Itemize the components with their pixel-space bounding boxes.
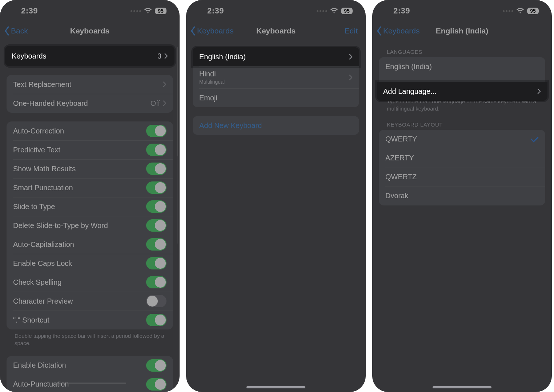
toggle-switch[interactable] (146, 181, 166, 194)
add-new-keyboard-row[interactable]: Add New Keyboard (193, 116, 359, 135)
section-header-languages: LANGUAGES (379, 40, 545, 57)
toggle-switch[interactable] (146, 125, 166, 137)
wifi-icon (144, 6, 152, 16)
cellular-icon (131, 10, 141, 12)
enable-caps-lock-row[interactable]: Enable Caps Lock (7, 254, 173, 273)
one-handed-keyboard-row[interactable]: One-Handed Keyboard Off (7, 94, 173, 113)
auto-correction-row[interactable]: Auto-Correction (7, 121, 173, 140)
back-label: Keyboards (383, 27, 419, 35)
status-bar: 2:39 95 (372, 0, 552, 22)
toggle-switch[interactable] (146, 144, 166, 156)
keyboards-row-highlight[interactable]: Keyboards 3 (5, 46, 174, 66)
chevron-right-icon (163, 100, 166, 106)
group-dictation: Enable Dictation Auto-Punctuation (7, 356, 173, 392)
toggle-switch[interactable] (146, 295, 166, 307)
toggle-switch[interactable] (146, 238, 166, 251)
status-time: 2:39 (207, 6, 224, 16)
screen-english-india: 2:39 95 Keyboards English (India) LANGUA… (372, 0, 552, 392)
status-time: 2:39 (393, 6, 410, 16)
group-text-options: Text Replacement One-Handed Keyboard Off (7, 75, 173, 113)
edit-button[interactable]: Edit (345, 22, 358, 40)
toggle-switch[interactable] (146, 200, 166, 213)
toggle-switch[interactable] (146, 163, 166, 175)
wifi-icon (330, 6, 338, 16)
status-bar: 2:39 95 (0, 0, 180, 22)
nav-bar: Back Keyboards (0, 22, 180, 40)
character-preview-row[interactable]: Character Preview (7, 292, 173, 311)
toggle-switch[interactable] (146, 378, 166, 391)
group-add-keyboard: Add New Keyboard (193, 116, 359, 135)
battery-indicator: 95 (341, 8, 353, 14)
page-title: Keyboards (256, 27, 296, 35)
chevron-left-icon (4, 26, 10, 36)
status-time: 2:39 (21, 6, 38, 16)
toggle-switch[interactable] (146, 359, 166, 372)
predictive-text-row[interactable]: Predictive Text (7, 140, 173, 159)
battery-indicator: 95 (155, 8, 166, 14)
cellular-icon (317, 10, 327, 12)
nav-bar: Keyboards English (India) (372, 22, 552, 40)
chevron-left-icon (376, 26, 382, 36)
keyboard-english-row-highlight[interactable]: English (India) (193, 47, 359, 66)
nav-bar: Keyboards Keyboards Edit (186, 22, 366, 40)
layout-azerty-row[interactable]: AZERTY (379, 149, 545, 168)
chevron-right-icon (349, 75, 353, 80)
page-title: Keyboards (70, 27, 110, 35)
keyboard-emoji-row[interactable]: Emoji (193, 88, 359, 107)
back-button[interactable]: Back (4, 22, 28, 40)
page-title: English (India) (436, 27, 489, 35)
home-indicator (246, 386, 305, 388)
chevron-right-icon (349, 54, 353, 60)
toggle-switch[interactable] (146, 276, 166, 288)
chevron-right-icon (537, 88, 541, 94)
screen-keyboards-settings: 2:39 95 Back Keyboards Text Replacement (0, 0, 180, 392)
toggle-switch[interactable] (146, 257, 166, 269)
period-shortcut-row[interactable]: "." Shortcut (7, 311, 173, 329)
chevron-right-icon (163, 81, 166, 87)
home-indicator (433, 386, 491, 388)
text-replacement-row[interactable]: Text Replacement (7, 75, 173, 94)
back-label: Keyboards (197, 27, 233, 35)
delete-slide-word-row[interactable]: Delete Slide-to-Type by Word (7, 216, 173, 235)
layout-dvorak-row[interactable]: Dvorak (379, 187, 545, 205)
layout-qwerty-row[interactable]: QWERTY (379, 130, 545, 149)
language-english-row[interactable]: English (India) (379, 57, 545, 76)
enable-dictation-row[interactable]: Enable Dictation (7, 356, 173, 375)
chevron-left-icon (190, 26, 196, 36)
chevron-right-icon (164, 53, 168, 59)
toggle-switch[interactable] (146, 219, 166, 232)
battery-indicator: 95 (527, 8, 539, 14)
auto-capitalization-row[interactable]: Auto-Capitalization (7, 235, 173, 254)
back-button[interactable]: Keyboards (190, 22, 233, 40)
layout-qwertz-row[interactable]: QWERTZ (379, 168, 545, 187)
home-indicator (53, 383, 126, 384)
keyboard-hindi-row[interactable]: Hindi Multilingual (193, 66, 359, 88)
group-layouts: QWERTY AZERTY QWERTZ Dvorak (379, 130, 545, 205)
slide-to-type-row[interactable]: Slide to Type (7, 197, 173, 216)
smart-punctuation-row[interactable]: Smart Punctuation (7, 178, 173, 197)
group-footer: Double tapping the space bar will insert… (7, 329, 173, 347)
check-spelling-row[interactable]: Check Spelling (7, 273, 173, 292)
toggle-switch[interactable] (146, 314, 166, 326)
status-bar: 2:39 95 (186, 0, 366, 22)
screen-keyboards-list: 2:39 95 Keyboards Keyboards Edit Hindi (186, 0, 366, 392)
show-math-results-row[interactable]: Show Math Results (7, 159, 173, 178)
cellular-icon (503, 10, 513, 12)
back-button[interactable]: Keyboards (376, 22, 419, 40)
add-language-row-highlight[interactable]: Add Language... (377, 82, 547, 101)
group-typing-toggles: Auto-Correction Predictive Text Show Mat… (7, 121, 173, 329)
wifi-icon (516, 6, 524, 16)
section-header-layout: KEYBOARD LAYOUT (379, 113, 545, 130)
back-label: Back (11, 27, 28, 35)
